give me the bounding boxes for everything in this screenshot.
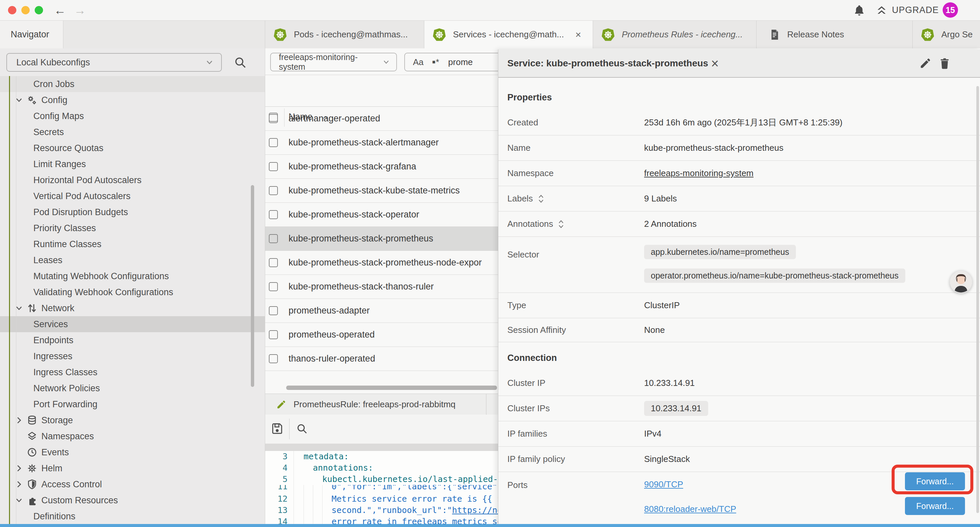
row-checkbox[interactable] <box>269 330 278 339</box>
sidebar-panel-tab-navigator[interactable]: Navigator <box>0 21 64 48</box>
sidebar-item-custom-resources[interactable]: Custom Resources <box>0 492 265 508</box>
sidebar-item-horizontal-pod-autoscalers[interactable]: Horizontal Pod Autoscalers <box>0 172 265 188</box>
sidebar-scrollbar[interactable] <box>251 185 254 387</box>
editor-search-icon[interactable] <box>296 423 308 435</box>
sidebar-item-label: Ingress Classes <box>33 367 97 377</box>
row-checkbox[interactable] <box>269 162 278 171</box>
tab-argo[interactable]: Argo Se <box>913 21 980 48</box>
tab-release-notes[interactable]: Release Notes <box>757 21 913 48</box>
sidebar-item-label: Runtime Classes <box>33 239 102 250</box>
line-number: 4 <box>265 462 288 474</box>
tree-indent-guide <box>9 76 10 527</box>
code-text: second.","runbook_url":"https://net <box>332 505 508 516</box>
row-checkbox[interactable] <box>269 306 278 315</box>
sidebar-item-runtime-classes[interactable]: Runtime Classes <box>0 236 265 252</box>
sidebar-item-helm[interactable]: Helm <box>0 460 265 476</box>
sidebar-item-label: Custom Resources <box>41 495 118 506</box>
dock-tab-label: PrometheusRule: freeleaps-prod-rabbitmq <box>294 399 456 409</box>
notification-count-badge[interactable]: 15 <box>943 2 958 18</box>
sidebar-item-limit-ranges[interactable]: Limit Ranges <box>0 156 265 172</box>
save-icon[interactable] <box>270 422 284 435</box>
sidebar-item-port-forwarding[interactable]: Port Forwarding <box>0 396 265 412</box>
sidebar-item-config-maps[interactable]: Config Maps <box>0 108 265 124</box>
sidebar-item-ingresses[interactable]: Ingresses <box>0 348 265 364</box>
forward-button-9090[interactable]: Forward... <box>905 472 965 490</box>
sidebar-item-services[interactable]: Services <box>0 316 265 332</box>
sort-updown-icon[interactable] <box>538 194 544 204</box>
sidebar-item-label: Cron Jobs <box>33 79 75 89</box>
sidebar-item-config[interactable]: Config <box>0 92 265 108</box>
row-checkbox[interactable] <box>269 210 278 219</box>
port-link-9090[interactable]: 9090/TCP <box>644 472 736 497</box>
dock-tab-prometheusrule[interactable]: PrometheusRule: freeleaps-prod-rabbitmq <box>265 394 486 415</box>
sidebar-item-leases[interactable]: Leases <box>0 252 265 268</box>
window-close-button[interactable] <box>8 6 16 14</box>
back-arrow-icon[interactable]: ← <box>54 2 66 18</box>
delete-service-icon[interactable] <box>939 57 951 69</box>
window-minimize-button[interactable] <box>21 6 30 14</box>
row-checkbox[interactable] <box>269 258 278 267</box>
service-name-cell: kube-prometheus-stack-alertmanager <box>288 131 439 154</box>
upgrade-button[interactable]: UPGRADE <box>876 4 939 16</box>
sidebar-item-label: Vertical Pod Autoscalers <box>33 191 130 201</box>
drawer-close-icon[interactable]: × <box>708 54 721 73</box>
sidebar-item-network[interactable]: Network <box>0 300 265 316</box>
tab-pods[interactable]: Pods - icecheng@mathmas... <box>265 21 424 48</box>
regex-toggle[interactable]: ■* <box>432 57 440 67</box>
tab-prometheus-rules[interactable]: Prometheus Rules - icecheng... <box>593 21 757 48</box>
sidebar-item-namespaces[interactable]: Namespaces <box>0 428 265 444</box>
sidebar-item-access-control[interactable]: Access Control <box>0 476 265 492</box>
tab-services[interactable]: Services - icecheng@math... × <box>424 21 593 48</box>
sidebar-item-label: Definitions <box>33 511 75 522</box>
forward-arrow-icon[interactable]: → <box>74 2 86 18</box>
row-session-affinity: Session Affinity None <box>498 318 980 342</box>
table-horizontal-scrollbar[interactable] <box>286 385 497 390</box>
sidebar-item-vertical-pod-autoscalers[interactable]: Vertical Pod Autoscalers <box>0 188 265 204</box>
user-avatar[interactable] <box>950 271 972 293</box>
sidebar-item-network-policies[interactable]: Network Policies <box>0 380 265 396</box>
sidebar-search-icon[interactable] <box>234 56 247 69</box>
drawer-scrollbar[interactable] <box>976 86 979 513</box>
helm-icon <box>27 463 37 474</box>
code-text: kubectl.kubernetes.io/last-applied-co <box>322 474 508 485</box>
window-zoom-button[interactable] <box>35 6 43 14</box>
toolbar-divider <box>289 419 290 439</box>
sidebar-item-cron-jobs[interactable]: Cron Jobs <box>0 76 265 92</box>
sidebar-item-resource-quotas[interactable]: Resource Quotas <box>0 140 265 156</box>
sidebar-item-label: Pod Disruption Budgets <box>33 207 128 218</box>
sidebar-item-pod-disruption-budgets[interactable]: Pod Disruption Budgets <box>0 204 265 220</box>
port-link-8080[interactable]: 8080:reloader-web/TCP <box>644 497 736 521</box>
sidebar-item-label: Leases <box>33 255 62 266</box>
kubeconfig-select[interactable]: Local Kubeconfigs <box>6 53 222 72</box>
row-checkbox[interactable] <box>269 234 278 243</box>
sort-updown-icon[interactable] <box>558 220 565 229</box>
drawer-header: Service: kube-prometheus-stack-prometheu… <box>498 49 980 78</box>
sidebar-item-priority-classes[interactable]: Priority Classes <box>0 220 265 236</box>
sidebar-item-storage[interactable]: Storage <box>0 412 265 428</box>
sidebar-item-mutating-webhook-configurations[interactable]: Mutating Webhook Configurations <box>0 268 265 284</box>
namespace-link[interactable]: freeleaps-monitoring-system <box>644 168 754 178</box>
notifications-bell-icon[interactable] <box>853 4 865 16</box>
name-label: Name <box>508 143 530 153</box>
tab-close-icon[interactable]: × <box>575 29 581 40</box>
row-checkbox[interactable] <box>269 186 278 195</box>
row-checkbox[interactable] <box>269 354 278 363</box>
sidebar-item-events[interactable]: Events <box>0 444 265 460</box>
regex-toggle-label: * <box>436 57 439 67</box>
row-checkbox[interactable] <box>269 282 278 291</box>
row-checkbox[interactable] <box>269 138 278 147</box>
match-case-toggle[interactable]: Aa <box>413 57 424 67</box>
sidebar-item-secrets[interactable]: Secrets <box>0 124 265 140</box>
sidebar-item-endpoints[interactable]: Endpoints <box>0 332 265 348</box>
sidebar-item-validating-webhook-configurations[interactable]: Validating Webhook Configurations <box>0 284 265 300</box>
clock-icon <box>27 447 37 458</box>
forward-button-8080[interactable]: Forward... <box>905 497 965 515</box>
edit-service-icon[interactable] <box>919 57 931 69</box>
row-cluster-ips: Cluster IPs 10.233.14.91 <box>498 396 980 421</box>
service-name-cell: kube-prometheus-stack-kube-state-metrics <box>288 179 460 202</box>
namespace-select[interactable]: freeleaps-monitoring-system <box>270 53 397 72</box>
sidebar-item-definitions[interactable]: Definitions <box>0 508 265 524</box>
row-checkbox[interactable] <box>269 114 278 123</box>
sidebar-item-ingress-classes[interactable]: Ingress Classes <box>0 364 265 380</box>
line-number: 5 <box>265 474 288 485</box>
